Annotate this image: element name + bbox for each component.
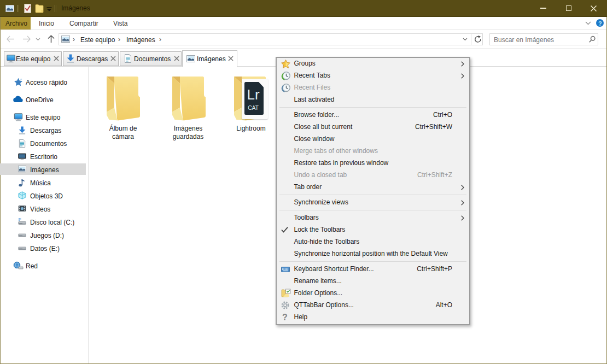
svg-text:CAT: CAT xyxy=(248,104,259,111)
svg-text:Lr: Lr xyxy=(247,86,259,103)
